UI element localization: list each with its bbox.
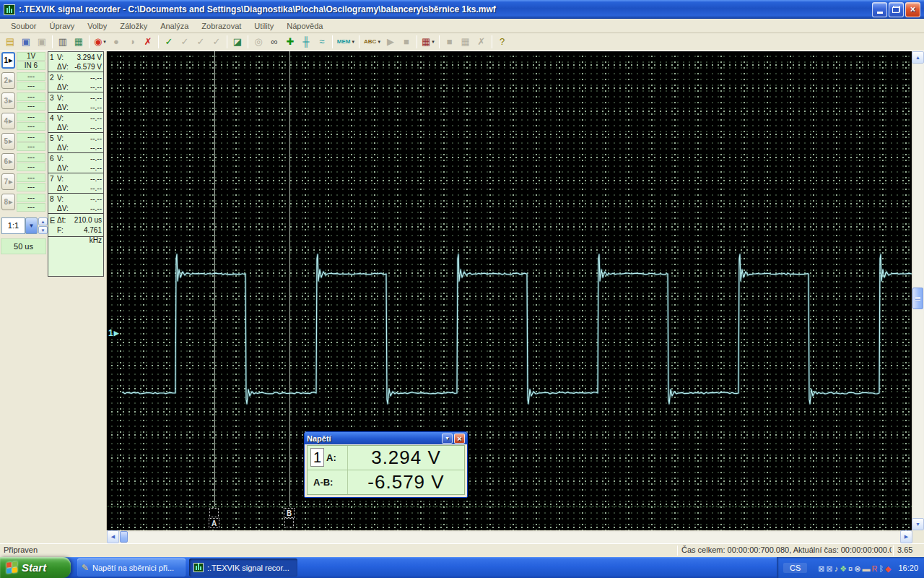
zoom-dropdown-button[interactable]: ▼: [25, 217, 38, 234]
menu-item-zloky[interactable]: Záložky: [113, 20, 154, 32]
measure-dv-value: --.--: [73, 184, 102, 193]
channel-1-marker[interactable]: 1▶: [108, 328, 119, 338]
stop-measure-button[interactable]: ◉▾: [92, 34, 108, 49]
channel-4-button[interactable]: 4▶: [1, 113, 15, 129]
channel-8-button[interactable]: 8▶: [1, 194, 15, 210]
vertical-scrollbar[interactable]: ▲ ▼: [912, 51, 924, 530]
channel-2-button[interactable]: 2▶: [1, 72, 15, 89]
channel-4-input-field[interactable]: ---: [17, 122, 45, 131]
menu-item-utility[interactable]: Utility: [248, 20, 280, 32]
mem-button[interactable]: MEM▾: [335, 34, 357, 49]
measure-channel-number: 1: [50, 53, 57, 62]
menu-item-zobrazovat[interactable]: Zobrazovat: [195, 20, 248, 32]
text-stop-button: ■: [398, 34, 414, 49]
dialog-collapse-button[interactable]: ▼: [442, 434, 453, 444]
channel-6-button[interactable]: 6▶: [1, 153, 15, 170]
channel-6-input-field[interactable]: ---: [17, 163, 45, 171]
mouse-settings-icon[interactable]: ¤: [848, 564, 853, 573]
help-button[interactable]: ?: [494, 34, 510, 49]
horizontal-scroll-thumb[interactable]: [120, 531, 128, 543]
cursor-dt-line: Δt:210.0 us: [57, 215, 102, 225]
graphics-icon[interactable]: R: [871, 564, 877, 573]
bluetooth-icon[interactable]: ᛒ: [879, 564, 884, 573]
network-disabled-2-icon[interactable]: ⊠: [827, 564, 833, 573]
channel-8-input-field[interactable]: ---: [17, 203, 45, 212]
curve-button[interactable]: ≈: [314, 34, 330, 49]
cursor-arrows-button[interactable]: ✚: [282, 34, 298, 49]
volume-icon[interactable]: ♪: [834, 564, 839, 573]
text-open-button[interactable]: ABC▾: [362, 34, 383, 49]
taskbar-clock[interactable]: 16:20: [898, 564, 918, 572]
language-indicator[interactable]: CS: [783, 563, 807, 573]
start-button[interactable]: Start: [0, 557, 71, 578]
scroll-right-button[interactable]: ▶: [900, 530, 912, 543]
channel-5-button[interactable]: 5▶: [1, 133, 15, 150]
channel-5-range-field[interactable]: ---: [17, 133, 45, 142]
horizontal-scrollbar[interactable]: ◀ ▶: [107, 530, 912, 543]
print-button[interactable]: ▥: [55, 34, 71, 49]
toolbar-separator: [332, 35, 333, 48]
channel-2-range-field[interactable]: ---: [17, 72, 45, 81]
spinner-down-button[interactable]: ▼: [38, 226, 48, 234]
channel-4-range-field[interactable]: ---: [17, 113, 45, 121]
measure-dv-line: ΔV:--.--: [50, 163, 102, 173]
measure-row-1: 1V:3.294 VΔV:-6.579 V: [48, 52, 103, 72]
open-file-button[interactable]: ▤: [2, 34, 18, 49]
network-disabled-icon[interactable]: ⊠: [818, 564, 824, 573]
channel-1-range-field[interactable]: 1V: [17, 52, 45, 61]
measure-dv-value: --.--: [73, 103, 102, 112]
spinner-up-button[interactable]: ▲: [38, 217, 48, 225]
timebase-field[interactable]: 50 us: [1, 238, 46, 254]
channel-1-button[interactable]: 1▶: [1, 52, 15, 69]
task-button-1[interactable]: ✎Napětí na sběrnici při...: [77, 558, 186, 577]
channel-7-range-field[interactable]: ---: [17, 173, 45, 182]
task-button-2[interactable]: :.TEXVIK signal recor...: [189, 558, 297, 577]
touchpad-icon[interactable]: ▬: [862, 564, 870, 573]
cursor-a-label[interactable]: A: [209, 518, 219, 528]
measure-v-label: V:: [57, 194, 73, 204]
restore-button[interactable]: [889, 2, 904, 17]
search-button[interactable]: ∞: [266, 34, 282, 49]
close-button[interactable]: ×: [905, 2, 920, 17]
cursor-b-label[interactable]: B: [284, 508, 295, 518]
security-alert-icon[interactable]: ◆: [885, 564, 891, 573]
accept-button[interactable]: ✓: [161, 34, 177, 49]
channel-2-input-field[interactable]: ---: [17, 82, 45, 90]
cursor-a-handle[interactable]: [209, 508, 219, 517]
scroll-up-button[interactable]: ▲: [912, 51, 924, 64]
zoom-ratio-field[interactable]: 1:1: [1, 217, 25, 234]
menu-item-soubor[interactable]: Soubor: [4, 20, 43, 32]
dialog-close-button[interactable]: ×: [454, 434, 465, 444]
wireless-disabled-icon[interactable]: ⊗: [854, 564, 860, 573]
menu-item-pravy[interactable]: Úpravy: [43, 20, 81, 32]
menu-item-npovda[interactable]: Nápověda: [280, 20, 329, 32]
updates-icon[interactable]: ❖: [840, 564, 847, 573]
abc-table-button[interactable]: ▦▾: [419, 34, 437, 49]
abc-table-icon: ▦: [422, 36, 430, 47]
channel-3-input-field[interactable]: ---: [17, 102, 45, 111]
minimize-button[interactable]: [872, 2, 887, 17]
levels-button[interactable]: ◪: [230, 34, 245, 49]
channel-8-range-field[interactable]: ---: [17, 194, 45, 202]
cursor-b-handle[interactable]: [284, 518, 294, 527]
channel-7-button[interactable]: 7▶: [1, 173, 15, 190]
channel-6-range-field[interactable]: ---: [17, 153, 45, 162]
delete-record-button[interactable]: ✗: [140, 34, 156, 49]
channel-3-button[interactable]: 3▶: [1, 92, 15, 109]
vertical-scroll-thumb[interactable]: [912, 288, 923, 309]
channel-7-input-field[interactable]: ---: [17, 183, 45, 191]
menu-item-volby[interactable]: Volby: [81, 20, 113, 32]
scroll-left-button[interactable]: ◀: [107, 530, 119, 543]
export-image-button[interactable]: ▦: [71, 34, 87, 49]
voltage-dialog[interactable]: Napětí ▼ × 1 A: 3.294 V A-B: -6.579 V: [304, 431, 468, 498]
menu-item-analza[interactable]: Analýza: [154, 20, 195, 32]
channel-3-range-field[interactable]: ---: [17, 92, 45, 101]
oscilloscope-display[interactable]: 1▶ A B: [107, 51, 912, 530]
measure-v-value: --.--: [73, 93, 102, 103]
scroll-down-button[interactable]: ▼: [912, 518, 924, 530]
channel-5-input-field[interactable]: ---: [17, 142, 45, 151]
voltage-dialog-titlebar[interactable]: Napětí ▼ ×: [305, 432, 467, 444]
save-button[interactable]: ▣: [18, 34, 34, 49]
channel-1-input-field[interactable]: IN 6: [17, 61, 45, 70]
cursor-lines-button[interactable]: ╫: [298, 34, 314, 49]
